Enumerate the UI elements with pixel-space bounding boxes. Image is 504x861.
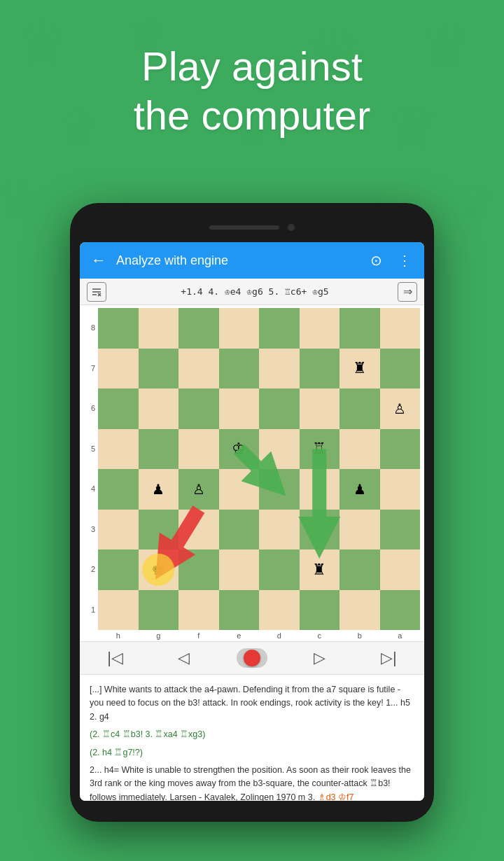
engine-toggle-icon[interactable] (87, 282, 106, 302)
prev-move-button[interactable]: ◁ (169, 646, 198, 670)
cell-h8[interactable] (98, 308, 139, 349)
cell-a6[interactable]: ♙ (380, 388, 421, 429)
analysis-highlight3: ♗d3 ♔f7 (318, 792, 354, 801)
cell-b7[interactable]: ♜ (340, 349, 380, 389)
rook-black-c2: ♜ (312, 562, 326, 578)
cell-a3[interactable] (380, 510, 421, 550)
cell-h3[interactable] (98, 510, 139, 550)
cell-f5[interactable] (178, 429, 219, 470)
file-labels: h g f e d c b a (98, 630, 420, 641)
cell-d7[interactable] (259, 349, 300, 389)
analysis-paragraph-1: [...] White wants to attack the a4-pawn.… (90, 683, 414, 724)
rook-white-c5: ♖ (312, 441, 326, 456)
cell-h6[interactable] (98, 388, 139, 429)
cell-b6[interactable] (340, 388, 380, 429)
cell-f6[interactable] (178, 388, 219, 429)
cell-c7[interactable] (300, 349, 340, 389)
header-line2: the computer (134, 92, 371, 138)
cell-c5[interactable]: ♖ (300, 429, 340, 470)
cell-a4[interactable] (380, 469, 421, 510)
analysis-highlight1: (2. ♖c4 ♖b3! 3. ♖xa4 ♖xg3) (90, 729, 205, 739)
pawn-a6: ♙ (393, 402, 406, 416)
menu-icon[interactable]: ⋮ (393, 249, 416, 272)
cell-b5[interactable] (340, 429, 380, 470)
king-white-e5: ♔ (232, 441, 246, 456)
cell-b8[interactable] (340, 308, 380, 349)
cell-c2[interactable]: ♜ (300, 550, 340, 590)
engine-bar: +1.4 4. ♔e4 ♔g6 5. ♖c6+ ♔g5 ⇒ (80, 279, 424, 305)
cell-d5[interactable] (259, 429, 300, 470)
cell-g3[interactable] (139, 510, 179, 550)
cell-f8[interactable] (178, 308, 219, 349)
cell-a2[interactable] (380, 550, 421, 590)
cell-g6[interactable] (139, 388, 179, 429)
cell-c1[interactable] (300, 590, 340, 631)
back-button[interactable]: ← (88, 248, 109, 272)
phone-screen: ← Analyze with engine ⊙ ⋮ +1.4 4. ♔e4 ♔g… (80, 242, 424, 801)
cell-c6[interactable] (300, 388, 340, 429)
cell-a1[interactable] (380, 590, 421, 631)
last-move-button[interactable]: ▷| (372, 646, 405, 670)
cell-d6[interactable] (259, 388, 300, 429)
cell-a8[interactable] (380, 308, 421, 349)
cell-f4[interactable]: ♙ (178, 469, 219, 510)
cell-e2[interactable] (219, 550, 260, 590)
play-icon[interactable]: ⊙ (366, 249, 386, 272)
cell-d1[interactable] (259, 590, 300, 631)
cell-f7[interactable] (178, 349, 219, 389)
app-bar-title: Analyze with engine (116, 253, 359, 268)
cell-c4[interactable] (300, 469, 340, 510)
cell-b2[interactable] (340, 550, 380, 590)
cell-d2[interactable] (259, 550, 300, 590)
engine-forward-btn[interactable]: ⇒ (398, 282, 417, 302)
rank-3: 3 (87, 526, 95, 533)
cell-h1[interactable] (98, 590, 139, 631)
cell-d3[interactable] (259, 510, 300, 550)
cell-c8[interactable] (300, 308, 340, 349)
cell-f2[interactable] (178, 550, 219, 590)
cell-h7[interactable] (98, 349, 139, 389)
cell-g1[interactable] (139, 590, 179, 631)
engine-toggle-button[interactable] (237, 648, 267, 668)
cell-h4[interactable] (98, 469, 139, 510)
cell-h2[interactable] (98, 550, 139, 590)
analysis-paragraph-3: (2. h4 ♖g7!?) (90, 746, 414, 760)
cell-e5[interactable]: ♔ (219, 429, 260, 470)
cell-e4[interactable] (219, 469, 260, 510)
cell-g4[interactable]: ♟ (139, 469, 179, 510)
phone-speaker (209, 225, 279, 230)
first-move-button[interactable]: |◁ (99, 646, 132, 670)
cell-g5[interactable] (139, 429, 179, 470)
rank-5: 5 (87, 445, 95, 453)
cell-e6[interactable] (219, 388, 260, 429)
cell-a7[interactable] (380, 349, 421, 389)
cell-e7[interactable] (219, 349, 260, 389)
cell-a5[interactable] (380, 429, 421, 470)
cell-f1[interactable] (178, 590, 219, 631)
cell-d8[interactable] (259, 308, 300, 349)
rank-8: 8 (87, 324, 95, 332)
cell-c3[interactable] (300, 510, 340, 550)
cell-b1[interactable] (340, 590, 380, 631)
file-g: g (139, 631, 179, 640)
app-bar: ← Analyze with engine ⊙ ⋮ (80, 242, 424, 279)
cell-g2[interactable]: ♚ (139, 550, 179, 590)
next-move-button[interactable]: ▷ (305, 646, 334, 670)
cell-f3[interactable] (178, 510, 219, 550)
cell-e3[interactable] (219, 510, 260, 550)
rank-labels: 8 7 6 5 4 3 2 1 (84, 308, 98, 630)
phone-camera (288, 224, 295, 231)
cell-e8[interactable] (219, 308, 260, 349)
cell-b3[interactable] (340, 510, 380, 550)
cell-e1[interactable] (219, 590, 260, 631)
cell-d4[interactable] (259, 469, 300, 510)
engine-toggle-knob (244, 650, 260, 666)
cell-g8[interactable] (139, 308, 179, 349)
cell-g7[interactable] (139, 349, 179, 389)
file-c: c (300, 631, 340, 640)
cell-h5[interactable] (98, 429, 139, 470)
pawn-black-g4: ♟ (152, 482, 164, 496)
cell-b4[interactable]: ♟ (340, 469, 380, 510)
chess-board[interactable]: ♜ ♙ (98, 308, 420, 630)
header-line1: Play against (141, 43, 363, 89)
